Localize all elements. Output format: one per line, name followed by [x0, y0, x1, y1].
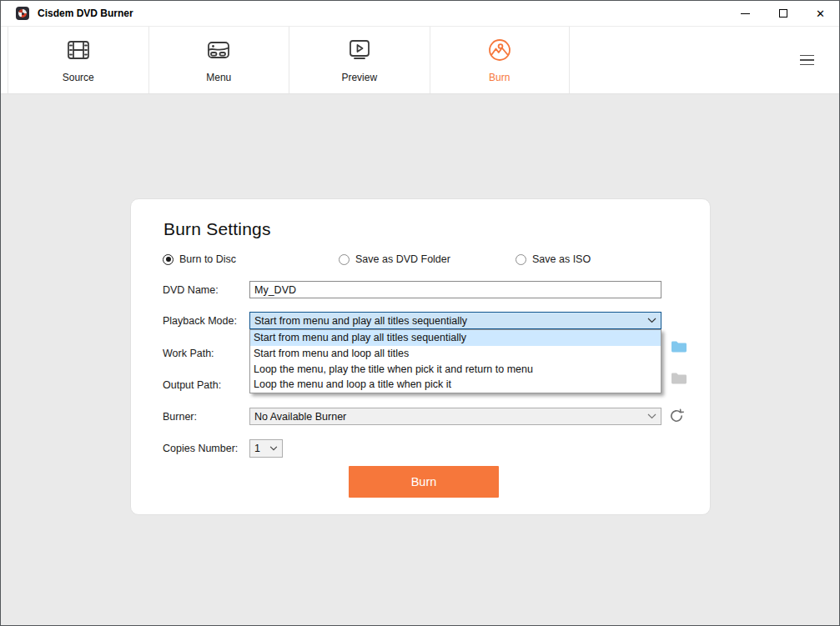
playback-mode-dropdown-list: Start from menu and play all titles sequ… [249, 329, 661, 393]
burn-disc-icon [486, 37, 513, 67]
title-bar: Cisdem DVD Burner ✕ [1, 1, 839, 27]
close-button[interactable]: ✕ [802, 1, 839, 26]
hamburger-icon[interactable] [800, 55, 814, 66]
burner-select[interactable]: No Available Burner [249, 408, 661, 425]
chevron-down-icon [647, 318, 656, 323]
radio-unselected-icon [516, 254, 526, 265]
copies-number-select[interactable]: 1 [249, 439, 283, 458]
copies-number-label: Copies Number: [163, 443, 238, 454]
output-path-label: Output Path: [163, 379, 221, 391]
menu-template-icon [205, 37, 232, 67]
close-icon: ✕ [816, 8, 825, 19]
dropdown-option[interactable]: Start from menu and loop all titles [250, 346, 661, 362]
folder-icon-gray [671, 372, 687, 385]
radio-selected-icon [163, 254, 174, 265]
burn-settings-panel: Burn Settings Burn to Disc Save as DVD F… [130, 198, 711, 515]
work-path-browse-button[interactable] [671, 340, 687, 353]
dvd-name-input[interactable] [249, 281, 661, 298]
tab-preview-label: Preview [341, 72, 377, 83]
burn-button[interactable]: Burn [349, 466, 499, 498]
window-controls: ✕ [727, 1, 839, 26]
radio-unselected-icon [339, 254, 350, 265]
tab-source[interactable]: Source [8, 27, 148, 93]
minimize-button[interactable] [727, 1, 764, 26]
refresh-icon [669, 408, 684, 423]
radio-save-dvd-folder[interactable]: Save as DVD Folder [339, 253, 450, 265]
dropdown-option[interactable]: Start from menu and play all titles sequ… [250, 330, 661, 346]
tab-preview[interactable]: Preview [289, 27, 430, 93]
maximize-icon [779, 9, 787, 18]
dropdown-option[interactable]: Loop the menu, play the title when pick … [250, 361, 661, 377]
chevron-down-icon [647, 413, 656, 419]
tab-menu[interactable]: Menu [148, 27, 289, 93]
film-strip-icon [65, 37, 92, 67]
window-title: Cisdem DVD Burner [38, 8, 133, 19]
app-window: Cisdem DVD Burner ✕ Source [0, 0, 840, 626]
refresh-burner-button[interactable] [669, 408, 684, 423]
playback-mode-select[interactable]: Start from menu and play all titles sequ… [249, 312, 661, 329]
dropdown-option[interactable]: Loop the menu and loop a title when pick… [250, 377, 661, 393]
burner-label: Burner: [163, 411, 197, 423]
dvd-name-label: DVD Name: [163, 284, 219, 296]
main-content: Burn Settings Burn to Disc Save as DVD F… [1, 94, 839, 625]
radio-burn-to-disc[interactable]: Burn to Disc [163, 253, 236, 265]
tab-menu-label: Menu [206, 72, 231, 83]
folder-icon-blue [671, 340, 687, 353]
chevron-down-icon [269, 446, 278, 451]
radio-save-iso[interactable]: Save as ISO [516, 253, 591, 265]
playback-mode-label: Playback Mode: [163, 315, 237, 327]
tab-burn-label: Burn [489, 72, 510, 83]
toolbar: Source Menu Pr [1, 27, 839, 94]
tab-burn[interactable]: Burn [430, 27, 571, 93]
work-path-label: Work Path: [163, 348, 214, 359]
preview-player-icon [346, 37, 373, 67]
toolbar-spacer [570, 27, 800, 93]
app-logo-icon [16, 7, 29, 20]
minimize-icon [741, 13, 750, 14]
tab-source-label: Source [63, 72, 94, 83]
maximize-button[interactable] [764, 1, 802, 26]
page-title: Burn Settings [163, 219, 271, 239]
output-path-browse-button[interactable] [671, 372, 687, 385]
